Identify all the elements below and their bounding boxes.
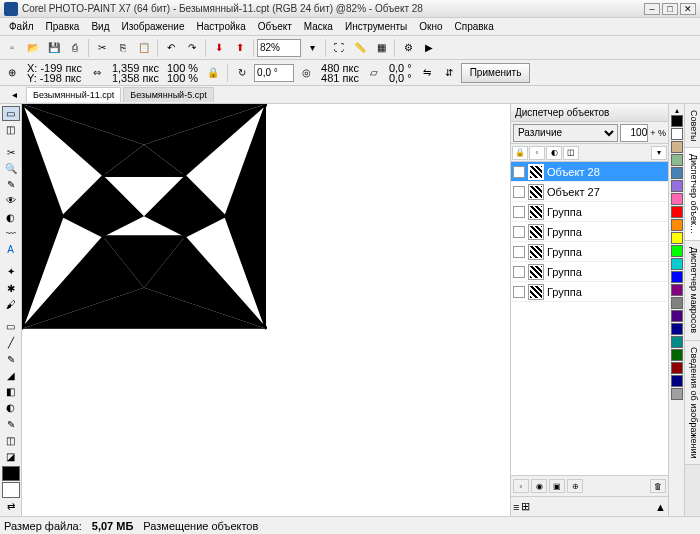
text-tool-icon[interactable]: A: [2, 242, 20, 257]
new-icon[interactable]: ▫: [2, 38, 22, 58]
rectangle-tool-icon[interactable]: ▭: [2, 319, 20, 334]
zoom-tool-icon[interactable]: 🔍: [2, 161, 20, 176]
layer-mask-icon[interactable]: ◐: [546, 146, 562, 160]
options-icon[interactable]: ⚙: [398, 38, 418, 58]
layer-lock-icon[interactable]: 🔒: [512, 146, 528, 160]
fullscreen-icon[interactable]: ⛶: [329, 38, 349, 58]
palette-up-icon[interactable]: ▴: [675, 106, 679, 115]
rotation-input[interactable]: [254, 64, 294, 82]
color-swatch[interactable]: [671, 167, 683, 179]
color-swatch[interactable]: [671, 193, 683, 205]
maximize-button[interactable]: □: [662, 3, 678, 15]
distribute-icon[interactable]: ⊞: [521, 500, 530, 513]
position-icon[interactable]: ⊕: [2, 63, 22, 83]
color-swatch[interactable]: [671, 206, 683, 218]
lock-ratio-icon[interactable]: 🔒: [203, 63, 223, 83]
layer-row[interactable]: Группа: [511, 222, 668, 242]
center-icon[interactable]: ◎: [296, 63, 316, 83]
delete-object-icon[interactable]: 🗑: [650, 479, 666, 493]
redeye-tool-icon[interactable]: 👁: [2, 193, 20, 208]
swap-colors-icon[interactable]: ⇄: [2, 499, 20, 514]
import-icon[interactable]: ⬇: [209, 38, 229, 58]
sidetab-macros[interactable]: Диспетчер макросов: [685, 241, 700, 340]
sidetab-hints[interactable]: Советы: [685, 104, 700, 148]
size-icon[interactable]: ⇔: [87, 63, 107, 83]
ruler-icon[interactable]: 📏: [350, 38, 370, 58]
order-icon[interactable]: ▲: [655, 501, 666, 513]
visibility-icon[interactable]: [513, 266, 525, 278]
skew-icon[interactable]: ▱: [364, 63, 384, 83]
path-tool-icon[interactable]: ✎: [2, 351, 20, 366]
visibility-icon[interactable]: [513, 186, 525, 198]
liquid-tool-icon[interactable]: 〰: [2, 226, 20, 241]
visibility-icon[interactable]: [513, 166, 525, 178]
visibility-icon[interactable]: [513, 286, 525, 298]
sidetab-imageinfo[interactable]: Сведения об изображении: [685, 341, 700, 466]
color-swatch[interactable]: [671, 375, 683, 387]
color-swatch[interactable]: [671, 180, 683, 192]
menu-object[interactable]: Объект: [253, 19, 297, 34]
new-lens-icon[interactable]: ◉: [531, 479, 547, 493]
pick-tool-icon[interactable]: ▭: [2, 106, 20, 121]
color-swatch[interactable]: [671, 388, 683, 400]
touchup-tool-icon[interactable]: ◐: [2, 209, 20, 224]
color-swatch[interactable]: [671, 310, 683, 322]
tab-doc-1[interactable]: Безымянный-11.cpt: [26, 87, 121, 102]
layer-row[interactable]: Группа: [511, 242, 668, 262]
menu-view[interactable]: Вид: [86, 19, 114, 34]
menu-edit[interactable]: Правка: [41, 19, 85, 34]
menu-adjust[interactable]: Настройка: [191, 19, 250, 34]
crop-tool-icon[interactable]: ✂: [2, 144, 20, 159]
visibility-icon[interactable]: [513, 206, 525, 218]
menu-window[interactable]: Окно: [414, 19, 447, 34]
tab-prev-icon[interactable]: ◂: [4, 85, 24, 105]
opacity-input[interactable]: [620, 124, 648, 142]
launcher-icon[interactable]: ▶: [419, 38, 439, 58]
color-swatch[interactable]: [671, 297, 683, 309]
paste-icon[interactable]: 📋: [134, 38, 154, 58]
layer-row[interactable]: Группа: [511, 282, 668, 302]
fill-tool-icon[interactable]: ◢: [2, 368, 20, 383]
minimize-button[interactable]: –: [644, 3, 660, 15]
color-swatch[interactable]: [671, 219, 683, 231]
eyedropper-tool-icon[interactable]: ✎: [2, 416, 20, 431]
bg-color-swatch[interactable]: [2, 482, 20, 497]
effect-tool-icon[interactable]: ✦: [2, 264, 20, 279]
color-swatch[interactable]: [671, 349, 683, 361]
blend-mode-select[interactable]: Различие: [513, 124, 618, 142]
layer-new-icon[interactable]: ▫: [529, 146, 545, 160]
close-button[interactable]: ✕: [680, 3, 696, 15]
visibility-icon[interactable]: [513, 226, 525, 238]
flip-h-icon[interactable]: ⇋: [417, 63, 437, 83]
new-group-icon[interactable]: ▣: [549, 479, 565, 493]
color-swatch[interactable]: [671, 115, 683, 127]
menu-mask[interactable]: Маска: [299, 19, 338, 34]
color-swatch[interactable]: [671, 154, 683, 166]
combine-icon[interactable]: ⊕: [567, 479, 583, 493]
color-swatch[interactable]: [671, 258, 683, 270]
color-swatch[interactable]: [671, 362, 683, 374]
mask-rect-icon[interactable]: ◫: [2, 122, 20, 137]
spray-tool-icon[interactable]: ✱: [2, 280, 20, 295]
save-icon[interactable]: 💾: [44, 38, 64, 58]
layer-row[interactable]: Группа: [511, 262, 668, 282]
tab-doc-2[interactable]: Безымянный-5.cpt: [123, 87, 213, 102]
dropshadow-tool-icon[interactable]: ◪: [2, 449, 20, 464]
eraser-tool-icon[interactable]: ◫: [2, 433, 20, 448]
menu-tools[interactable]: Инструменты: [340, 19, 412, 34]
align-icon[interactable]: ≡: [513, 501, 519, 513]
layer-opts-icon[interactable]: ▾: [651, 146, 667, 160]
copy-icon[interactable]: ⎘: [113, 38, 133, 58]
menu-image[interactable]: Изображение: [116, 19, 189, 34]
rotate-icon[interactable]: ↻: [232, 63, 252, 83]
line-tool-icon[interactable]: ╱: [2, 335, 20, 350]
color-swatch[interactable]: [671, 232, 683, 244]
menu-file[interactable]: Файл: [4, 19, 39, 34]
redo-icon[interactable]: ↷: [182, 38, 202, 58]
visibility-icon[interactable]: [513, 246, 525, 258]
interactive-fill-icon[interactable]: ◧: [2, 384, 20, 399]
zoom-input[interactable]: [257, 39, 301, 57]
color-swatch[interactable]: [671, 141, 683, 153]
print-icon[interactable]: ⎙: [65, 38, 85, 58]
color-swatch[interactable]: [671, 128, 683, 140]
